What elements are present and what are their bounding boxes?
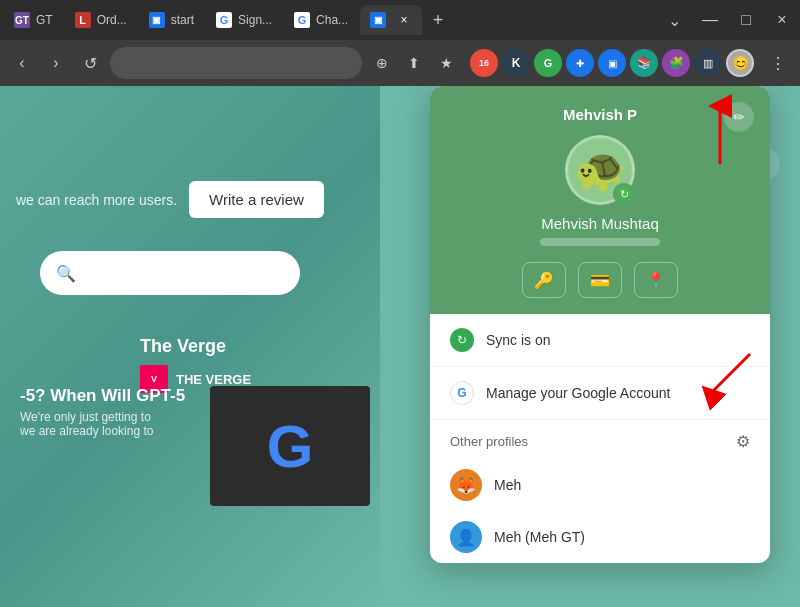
article-image: G: [210, 386, 370, 506]
close-window-button[interactable]: ×: [768, 6, 796, 34]
card-button[interactable]: 💳: [578, 262, 622, 298]
sync-label: Sync is on: [486, 332, 551, 348]
tab-label-start: start: [171, 13, 194, 27]
tab-favicon-l: L: [75, 12, 91, 28]
google-logo: G: [267, 412, 314, 481]
menu-button[interactable]: ⋮: [764, 49, 792, 77]
profile-avatar-meh-gt: 👤: [450, 521, 482, 553]
tab-gt[interactable]: GT GT: [4, 5, 63, 35]
tab-cha[interactable]: G Cha...: [284, 5, 358, 35]
address-bar-icons: ⊕ ⬆ ★: [368, 49, 460, 77]
tab-label-sign: Sign...: [238, 13, 272, 27]
verge-section: The Verge V THE VERGE: [140, 336, 251, 393]
extension-plus[interactable]: ✚: [566, 49, 594, 77]
write-review-area: we can reach more users. Write a review: [0, 181, 340, 218]
extension-puzzle[interactable]: 🧩: [662, 49, 690, 77]
extension-k[interactable]: K: [502, 49, 530, 77]
extension-g[interactable]: G: [534, 49, 562, 77]
profile-actions: 🔑 💳 📍: [522, 262, 678, 298]
key-button[interactable]: 🔑: [522, 262, 566, 298]
other-profiles-title: Other profiles: [450, 434, 528, 449]
article-text2: we are already looking to: [20, 424, 185, 438]
profile-name-meh-gt: Meh (Meh GT): [494, 529, 585, 545]
profile-list-item-meh-gt[interactable]: 👤 Meh (Meh GT): [430, 511, 770, 563]
write-review-button[interactable]: Write a review: [189, 181, 324, 218]
manage-account-label: Manage your Google Account: [486, 385, 670, 401]
zoom-icon[interactable]: ⊕: [368, 49, 396, 77]
avatar-sync-badge: ↻: [613, 183, 635, 205]
arrow-down-svg: [690, 349, 760, 409]
profile-avatar-meh: 🦊: [450, 469, 482, 501]
tab-start[interactable]: ▣ start: [139, 5, 204, 35]
tab-bar: GT GT L Ord... ▣ start G Sign... G Cha..…: [0, 0, 800, 40]
extensions-area: 16 K G ✚ ▣ 📚 🧩 ▥ 😊: [466, 49, 758, 77]
address-bar: ‹ › ↺ ⊕ ⬆ ★ 16 K G ✚ ▣ 📚 🧩 ▥ 😊 ⋮: [0, 40, 800, 86]
tab-label-cha: Cha...: [316, 13, 348, 27]
other-profiles-section: Other profiles ⚙ 🦊 Meh 👤 Meh (Meh GT): [430, 420, 770, 563]
profile-avatar-wrap: 🐢 ↻: [565, 135, 635, 205]
tab-list-button[interactable]: ⌄: [660, 6, 688, 34]
tab-bar-right: ⌄ — □ ×: [660, 6, 796, 34]
verge-badge-text: THE VERGE: [176, 372, 251, 387]
extension-notif[interactable]: 16: [470, 49, 498, 77]
back-button[interactable]: ‹: [8, 49, 36, 77]
profile-avatar-button[interactable]: 😊: [726, 49, 754, 77]
svg-line-3: [710, 354, 750, 394]
tab-label-gt: GT: [36, 13, 53, 27]
article-area: -5? When Will GPT-5 We're only just gett…: [20, 386, 185, 438]
tab-favicon-gt: GT: [14, 12, 30, 28]
search-area: 🔍: [40, 251, 300, 295]
tab-l[interactable]: L Ord...: [65, 5, 137, 35]
profile-list-item-meh[interactable]: 🦊 Meh: [430, 459, 770, 511]
profile-email-bar: [540, 238, 660, 246]
tab-favicon-cha: G: [294, 12, 310, 28]
tab-label-l: Ord...: [97, 13, 127, 27]
tab-favicon-sign: G: [216, 12, 232, 28]
profile-name-top: Mehvish P: [563, 106, 637, 123]
maximize-button[interactable]: □: [732, 6, 760, 34]
article-text1: We're only just getting to: [20, 410, 185, 424]
tab-sign[interactable]: G Sign...: [206, 5, 282, 35]
tab-favicon-start: ▣: [149, 12, 165, 28]
new-tab-button[interactable]: +: [424, 6, 452, 34]
arrow-down-annotation: [690, 349, 760, 413]
extension-split[interactable]: ▥: [694, 49, 722, 77]
other-profiles-header: Other profiles ⚙: [430, 420, 770, 459]
forward-button[interactable]: ›: [42, 49, 70, 77]
profile-name-meh: Meh: [494, 477, 521, 493]
profile-full-name: Mehvish Mushtaq: [541, 215, 659, 232]
arrow-up-annotation: [690, 94, 750, 178]
bookmark-icon[interactable]: ★: [432, 49, 460, 77]
share-icon[interactable]: ⬆: [400, 49, 428, 77]
sync-icon: ↻: [450, 328, 474, 352]
minimize-button[interactable]: —: [696, 6, 724, 34]
extension-books[interactable]: 📚: [630, 49, 658, 77]
address-field[interactable]: [110, 47, 362, 79]
search-icon: 🔍: [56, 264, 76, 283]
extension-square[interactable]: ▣: [598, 49, 626, 77]
other-profiles-gear-icon[interactable]: ⚙: [736, 432, 750, 451]
tab-active[interactable]: ▣ ×: [360, 5, 422, 35]
location-button[interactable]: 📍: [634, 262, 678, 298]
tab-favicon-active: ▣: [370, 12, 386, 28]
arrow-up-svg: [690, 94, 750, 174]
tab-close-active[interactable]: ×: [396, 12, 412, 28]
google-icon: G: [450, 381, 474, 405]
main-content: 🔒 we can reach more users. Write a revie…: [0, 86, 800, 607]
article-title: -5? When Will GPT-5: [20, 386, 185, 406]
search-bar[interactable]: 🔍: [40, 251, 300, 295]
verge-title: The Verge: [140, 336, 226, 356]
refresh-button[interactable]: ↺: [76, 49, 104, 77]
reach-text: we can reach more users.: [16, 192, 177, 208]
